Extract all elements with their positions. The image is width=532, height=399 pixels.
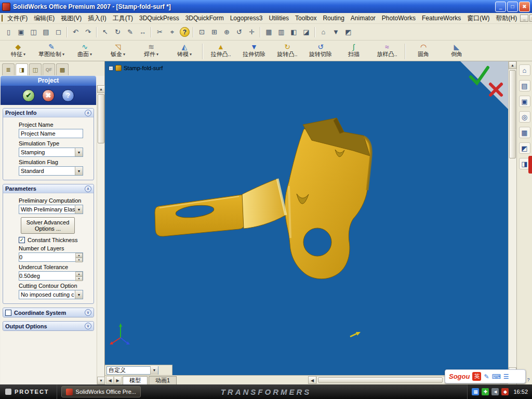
ime-icon[interactable]: ◆ xyxy=(501,388,509,395)
pm-help-button[interactable]: ? xyxy=(62,89,74,102)
hscroll-left-button[interactable]: ◀ xyxy=(308,376,316,384)
spin-up-button[interactable]: ▲ xyxy=(75,253,83,258)
section-view-icon[interactable]: ◪ xyxy=(300,26,312,38)
menu-item-help[interactable]: 帮助(H) xyxy=(493,13,520,24)
antivirus-icon[interactable]: ✚ xyxy=(482,388,489,395)
sogou-keyboard-icon[interactable]: ⌨ xyxy=(492,373,501,380)
minimize-button[interactable]: _ xyxy=(495,2,506,12)
design-library-icon[interactable]: ▤ xyxy=(519,80,530,91)
ribbon-revolve-boss-button[interactable]: ↻ 旋转凸.. xyxy=(271,42,304,60)
zoom-in-out-icon[interactable]: ⊕ xyxy=(221,26,233,38)
sketch-icon[interactable]: ✎ xyxy=(124,26,136,38)
appearance-icon[interactable]: ◩ xyxy=(342,26,354,38)
sogou-logo[interactable]: Sogou xyxy=(449,373,470,380)
menu-item-file[interactable]: 文件(F) xyxy=(4,13,31,24)
ribbon-weldments-button[interactable]: ≋ 焊件▾ xyxy=(135,42,168,60)
shaded-icon[interactable]: ◧ xyxy=(288,26,300,38)
redo-icon[interactable]: ↷ xyxy=(82,26,94,38)
panel-scrollbar[interactable]: ▲ ▼ xyxy=(97,85,104,384)
new-icon[interactable]: ▯ xyxy=(3,26,15,38)
sogou-mode-badge[interactable]: 英 xyxy=(472,372,481,381)
zoom-fit-icon[interactable]: ⊡ xyxy=(196,26,208,38)
search-icon[interactable]: ◎ xyxy=(519,111,530,123)
cutting-contour-select[interactable]: No imposed cutting c ▼ xyxy=(19,290,83,299)
help-icon[interactable]: ? xyxy=(180,27,190,37)
combo-arrow-icon[interactable]: ▼ xyxy=(75,167,83,175)
home-icon[interactable]: ⌂ xyxy=(519,64,530,76)
constant-thickness-checkbox[interactable]: ✓ Constant Thickness xyxy=(19,237,90,243)
chevron-up-icon[interactable]: ∧ xyxy=(85,110,91,116)
coordinate-system-checkbox[interactable] xyxy=(5,310,11,316)
tab-nav-right-button[interactable]: ▶ xyxy=(114,376,122,384)
close-button[interactable]: ✖ xyxy=(519,2,530,12)
ok-button[interactable]: ✔ xyxy=(22,89,35,102)
model-tab[interactable]: 模型 xyxy=(123,376,148,384)
viewport-canvas[interactable] xyxy=(105,61,508,375)
tab-custom[interactable]: ▩ xyxy=(56,63,69,75)
project-name-input[interactable]: Project Name xyxy=(19,129,83,138)
ribbon-chamfer-button[interactable]: ◣ 倒角 xyxy=(440,42,473,60)
solidworks-task-button[interactable]: SolidWorks Office Pre... xyxy=(61,386,141,397)
ribbon-extrude-boss-button[interactable]: ▲ 拉伸凸.. xyxy=(204,42,237,60)
spin-down-button[interactable]: ▼ xyxy=(75,276,83,281)
parameters-group-header[interactable]: Parameters ∧ xyxy=(3,184,94,193)
scroll-thumb[interactable] xyxy=(509,70,516,158)
tab-quickform[interactable]: QF xyxy=(43,63,55,75)
checkbox-checked-icon[interactable]: ✓ xyxy=(19,237,25,243)
menu-item-animator[interactable]: Animator xyxy=(348,14,379,23)
view-orientation-icon[interactable]: ⌂ xyxy=(317,26,329,38)
menu-item-featureworks[interactable]: FeatureWorks xyxy=(419,14,464,23)
menu-item-insert[interactable]: 插入(I) xyxy=(85,13,109,24)
network-icon[interactable]: ▦ xyxy=(472,388,479,395)
chevron-up-icon[interactable]: ∧ xyxy=(85,185,91,192)
pan-icon[interactable]: ✛ xyxy=(246,26,258,38)
print-preview-icon[interactable]: ◻ xyxy=(52,26,64,38)
scroll-up-button[interactable]: ▲ xyxy=(97,85,105,93)
viewport-vertical-scrollbar[interactable]: ▲ ▼ xyxy=(508,61,516,375)
simulation-type-select[interactable]: Stamping ▼ xyxy=(19,148,83,157)
trim-icon[interactable]: ✂ xyxy=(154,26,166,38)
rotate-view-icon[interactable]: ↺ xyxy=(233,26,245,38)
combo-arrow-icon[interactable]: ▼ xyxy=(150,366,158,375)
sogou-pen-icon[interactable]: ✎ xyxy=(484,373,489,380)
menu-item-toolbox[interactable]: Toolbox xyxy=(292,14,320,23)
simulation-flag-select[interactable]: Standard ▼ xyxy=(19,166,83,176)
menu-item-utilities[interactable]: Utilities xyxy=(265,14,292,23)
project-info-group-header[interactable]: Project Info ∧ xyxy=(3,109,94,117)
hidden-lines-icon[interactable]: ▥ xyxy=(275,26,287,38)
menu-item-photoworks[interactable]: PhotoWorks xyxy=(379,14,419,23)
ribbon-sketch-button[interactable]: ✎ 草图绘制▾ xyxy=(35,42,68,60)
menu-item-view[interactable]: 视图(V) xyxy=(58,13,85,24)
ribbon-loft-button[interactable]: ≈ 放样凸.. xyxy=(370,42,404,60)
ribbon-surfaces-button[interactable]: ∿ 曲面▾ xyxy=(68,42,101,60)
chevron-down-icon[interactable]: ∨ xyxy=(85,323,91,329)
menu-item-edit[interactable]: 编辑(E) xyxy=(31,13,58,24)
chevron-down-icon[interactable]: ∨ xyxy=(85,309,91,316)
mdi-minimize-button[interactable]: _ xyxy=(520,15,528,22)
zoom-area-icon[interactable]: ⊞ xyxy=(208,26,220,38)
scroll-up-button[interactable]: ▲ xyxy=(509,61,516,69)
select-icon[interactable]: ↖ xyxy=(99,26,111,38)
tab-configurationmanager[interactable]: ◫ xyxy=(29,63,42,75)
print-icon[interactable]: ▤ xyxy=(40,26,52,38)
tab-propertymanager[interactable]: ◨ xyxy=(16,63,28,75)
view-orientation-combo[interactable]: 自定义 ▼ xyxy=(107,366,158,375)
appearances-icon[interactable]: ◩ xyxy=(519,142,530,154)
dimension-icon[interactable]: ↔ xyxy=(137,26,149,38)
preliminary-computation-select[interactable]: With Preliminary Elas ▼ xyxy=(19,205,83,214)
menu-item-logopress3[interactable]: Logopress3 xyxy=(227,14,266,23)
tab-nav-left-button[interactable]: ◀ xyxy=(106,376,114,384)
combo-arrow-icon[interactable]: ▼ xyxy=(75,205,83,214)
measure-icon[interactable]: ⌖ xyxy=(166,26,178,38)
standard-views-icon[interactable]: ▼ xyxy=(330,26,342,38)
maximize-button[interactable]: □ xyxy=(507,2,518,12)
ribbon-features-button[interactable]: ◆ 特征▾ xyxy=(2,42,35,60)
volume-icon[interactable]: ◄ xyxy=(491,388,499,395)
sogou-menu-icon[interactable]: ☰ xyxy=(503,373,509,380)
coordinate-system-group-header[interactable]: Coordinate System ∨ xyxy=(3,308,94,317)
open-icon[interactable]: ▣ xyxy=(15,26,27,38)
menu-item-3dquickform[interactable]: 3DQuickForm xyxy=(182,14,227,23)
tab-featuremanager[interactable]: ≣ xyxy=(2,63,15,75)
menu-item-tools[interactable]: 工具(T) xyxy=(110,13,136,24)
file-explorer-icon[interactable]: ▣ xyxy=(519,96,530,107)
